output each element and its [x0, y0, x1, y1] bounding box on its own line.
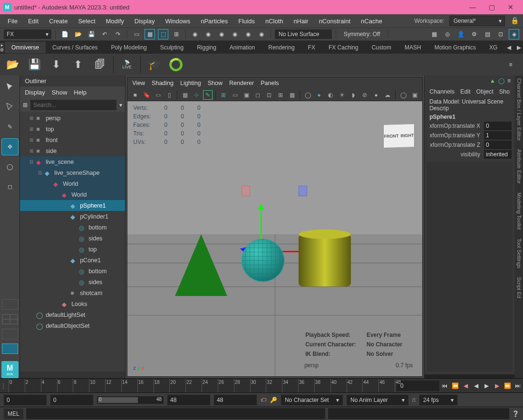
vp-wire-icon[interactable]: ◯	[303, 90, 312, 100]
outliner-item-world2[interactable]: World	[20, 189, 125, 200]
layout-two-icon[interactable]	[2, 329, 18, 339]
vp-shaded-icon[interactable]: ●	[314, 90, 324, 100]
omni-live-icon[interactable]: 📡LIVE	[118, 56, 136, 73]
outliner-item-cyl-bottom[interactable]: bottom	[20, 222, 125, 233]
shelf-tab-sculpt[interactable]: Sculpting	[154, 42, 190, 53]
vp-grid-icon[interactable]: ▦	[180, 90, 190, 100]
outliner-help-menu[interactable]: Help	[74, 89, 87, 96]
vp-texture-icon[interactable]: ◐	[326, 90, 335, 100]
outliner-item-defaultobjectset[interactable]: defaultObjectSet	[20, 320, 125, 331]
range-end-out[interactable]	[214, 395, 257, 405]
dock-tab-modelingtoolkit[interactable]: Modeling Toolkit	[515, 192, 522, 230]
search-dropdown-icon[interactable]: ▾	[119, 102, 122, 108]
omni-open-icon[interactable]: 📂	[4, 56, 21, 73]
vp-xray-icon[interactable]: ◯	[398, 90, 408, 100]
snap-curve-icon[interactable]: ◉	[203, 29, 213, 39]
shelf-tab-xgen[interactable]: XG	[483, 42, 504, 53]
menu-display[interactable]: Display	[131, 16, 159, 27]
outliner-item-livesceneshape[interactable]: ⊟live_sceneShape	[20, 167, 125, 178]
close-button[interactable]: ✕	[501, 0, 520, 14]
outliner-show-menu[interactable]: Show	[52, 89, 68, 96]
vp-menu-shading[interactable]: Shading	[152, 80, 174, 86]
lock-icon[interactable]: 🔒	[511, 17, 519, 25]
cmd-input[interactable]	[26, 408, 325, 419]
open-scene-icon[interactable]: 📂	[73, 29, 83, 39]
step-back-icon[interactable]: ◀	[460, 381, 471, 391]
hypershade-icon[interactable]: ▤	[482, 29, 493, 39]
goto-end-icon[interactable]: ⏭	[513, 381, 523, 391]
snap-point-icon[interactable]: ◉	[216, 29, 227, 39]
paint-select-tool[interactable]: ✎	[1, 118, 19, 135]
outliner-item-pcylinder1[interactable]: pCylinder1	[20, 211, 125, 222]
vp-menu-lighting[interactable]: Lighting	[180, 80, 201, 86]
rotate-tool[interactable]: ◯	[1, 158, 19, 175]
vp-fog-icon[interactable]: ☁	[383, 90, 392, 100]
step-back-key-icon[interactable]: ⏪	[450, 381, 460, 391]
outliner-item-psphere1[interactable]: pSphere1	[20, 200, 125, 211]
snap-live-icon[interactable]: ◉	[243, 29, 253, 39]
shelf-tab-rigging[interactable]: Rigging	[190, 42, 223, 53]
vp-grease-icon[interactable]: ✎	[203, 90, 213, 100]
fps-dropdown[interactable]: 24 fps▾	[419, 395, 457, 405]
menu-modify[interactable]: Modify	[102, 16, 128, 27]
omni-export-icon[interactable]: ⬆	[69, 56, 87, 73]
shelf-tab-fxcache[interactable]: FX Caching	[322, 42, 365, 53]
scale-tool[interactable]: ◻	[1, 178, 19, 195]
layer-editor-area[interactable]	[426, 162, 513, 372]
outliner-item-cone-sides[interactable]: sides	[20, 277, 125, 287]
menu-ncache[interactable]: nCache	[357, 16, 386, 27]
shelf-tab-render[interactable]: Rendering	[262, 42, 301, 53]
vp-pivot-icon[interactable]: ⊹	[192, 90, 201, 100]
shelf-tab-mash[interactable]: MASH	[398, 42, 428, 53]
minimize-button[interactable]: —	[463, 0, 482, 14]
help-icon[interactable]: ❔	[512, 410, 519, 417]
symmetry-dropdown[interactable]: Symmetry: Off	[340, 29, 384, 39]
vp-overscan-icon[interactable]: ▦	[287, 90, 297, 100]
menu-nparticles[interactable]: nParticles	[197, 16, 232, 27]
menu-ncloth[interactable]: nCloth	[262, 16, 287, 27]
object-cone[interactable]	[175, 234, 227, 296]
shelf-next-icon[interactable]: ▶	[514, 42, 523, 53]
snap-grid-icon[interactable]: ◉	[190, 29, 200, 39]
autokey-icon[interactable]: 🏷	[261, 397, 266, 403]
dock-tab-channelbox[interactable]: Channel Box / Layer Editor	[515, 78, 522, 141]
shelf-tab-mograph[interactable]: Motion Graphics	[428, 42, 483, 53]
menuset-dropdown[interactable]: FX▾	[4, 29, 51, 39]
outliner-item-pcone1[interactable]: pCone1	[20, 255, 125, 266]
menu-nconstraint[interactable]: nConstraint	[315, 16, 354, 27]
vp-light-icon[interactable]: ☀	[337, 90, 347, 100]
outliner-item-side[interactable]: ⊞side	[20, 145, 125, 156]
timeline-handle-left[interactable]: ⋮	[0, 382, 7, 389]
vp-isolate-icon[interactable]: ▣	[410, 90, 419, 100]
object-sphere[interactable]	[242, 239, 284, 282]
outliner-item-looks[interactable]: Looks	[20, 298, 125, 309]
menu-nhair[interactable]: nHair	[290, 16, 312, 27]
vp-safe-icon[interactable]: ⊡	[264, 90, 274, 100]
vp-safe2-icon[interactable]: ⊞	[276, 90, 285, 100]
shelf-run-buttons[interactable]: ▸⚙	[0, 43, 4, 52]
select-object-icon[interactable]: ⬚	[158, 29, 168, 39]
cb-tab-object[interactable]: Object	[476, 88, 494, 95]
cb-tab-channels[interactable]: Channels	[429, 88, 455, 95]
range-slider-track[interactable]: 0 48	[97, 396, 164, 404]
omni-copies-icon[interactable]: 🗐	[91, 56, 108, 73]
vp-bookmark-icon[interactable]: 🔖	[142, 90, 151, 100]
outliner-item-livescene[interactable]: ⊟live_scene	[20, 156, 125, 167]
layout-single-icon[interactable]	[2, 299, 18, 310]
undo-icon[interactable]: ↶	[99, 29, 110, 39]
vp-resgate-icon[interactable]: ▣	[242, 90, 251, 100]
step-fwd-icon[interactable]: ▶	[492, 381, 502, 391]
play-back-icon[interactable]: ◀	[471, 381, 481, 391]
outliner-search-input[interactable]	[30, 100, 116, 110]
vp-image-icon[interactable]: ▭	[153, 90, 163, 100]
vp-gridtoggle-icon[interactable]: ⊞	[219, 90, 228, 100]
snap-toggle-icon[interactable]: ◉	[256, 29, 267, 39]
goto-start-icon[interactable]: ⏮	[439, 381, 450, 391]
omni-nucleus-icon[interactable]	[167, 56, 184, 73]
panel-layout-icon[interactable]: ◈	[509, 29, 519, 39]
play-fwd-icon[interactable]: ▶	[481, 381, 492, 391]
cb-tab-show[interactable]: Sho	[499, 88, 510, 95]
lasso-tool[interactable]	[1, 98, 19, 115]
animlayer-dropdown[interactable]: No Anim Layer▾	[347, 395, 408, 405]
vp-menu-panels[interactable]: Panels	[261, 80, 279, 86]
